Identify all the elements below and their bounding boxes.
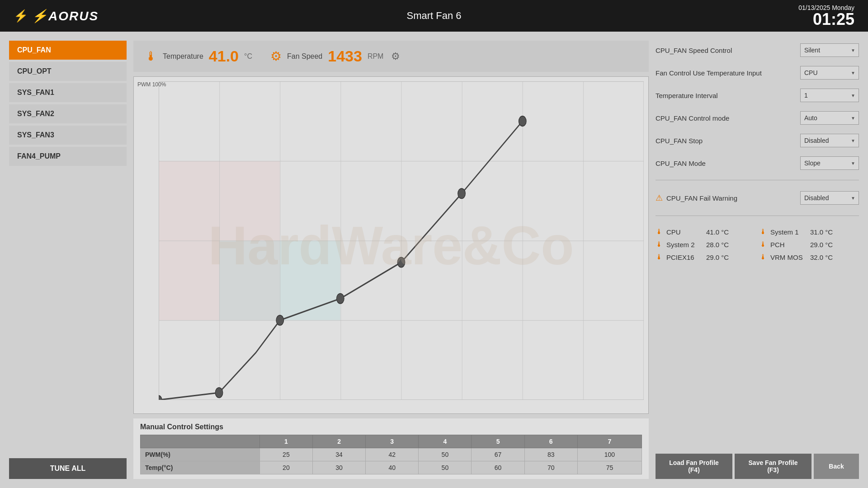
load-profile-button[interactable]: Load Fan Profile (F4) [656, 454, 732, 479]
stats-bar: 🌡 Temperature 41.0 °C ⚙ Fan Speed 1433 R… [133, 41, 649, 72]
manual-settings-title: Manual Control Settings [140, 423, 642, 431]
temp-sys2-value: 28.0 °C [706, 241, 729, 249]
tune-all-button[interactable]: TUNE ALL [9, 458, 127, 479]
thermometer-icon-pch: 🌡 [760, 240, 767, 249]
temp-sys2: 🌡 System 2 28.0 °C [656, 240, 755, 249]
fan-curve-chart[interactable]: PWM 100% HardWare&Co 20 40 60 [133, 76, 649, 414]
temp-sys1: 🌡 System 1 31.0 °C [760, 228, 859, 236]
fan-stop-row: CPU_FAN Stop DisabledEnabled [656, 131, 859, 150]
thermometer-icon-sys2: 🌡 [656, 240, 663, 249]
fail-warning-label: ⚠ CPU_FAN Fail Warning [656, 193, 737, 203]
control-mode-row: CPU_FAN Control mode AutoPWMDC [656, 108, 859, 127]
temp-interval-select[interactable]: 12345 [800, 89, 859, 102]
temp-val-1[interactable]: 20 [259, 461, 312, 474]
speed-control-select-wrapper: SilentNormalTurboFull SpeedManual [800, 43, 859, 57]
thermometer-icon: 🌡 [145, 49, 157, 64]
temp-vrm-value: 32.0 °C [810, 253, 833, 261]
fan-item-fan4-pump[interactable]: FAN4_PUMP [9, 147, 127, 166]
fail-warning-text: CPU_FAN Fail Warning [666, 194, 737, 202]
temp-pciex16-name: PCIEX16 [666, 253, 703, 261]
speed-control-select[interactable]: SilentNormalTurboFull SpeedManual [800, 43, 859, 57]
pwm-val-5[interactable]: 67 [472, 448, 524, 461]
thermometer-icon-sys1: 🌡 [760, 228, 767, 236]
table-row-temp: Temp(°C) 20 30 40 50 60 70 75 [141, 461, 642, 474]
temp-cpu-name: CPU [666, 228, 703, 236]
col-header-1: 1 [259, 435, 312, 448]
fan-speed-stat: ⚙ Fan Speed 1433 RPM ⚙ [270, 47, 400, 65]
temp-val-3[interactable]: 40 [366, 461, 419, 474]
temp-cpu-value: 41.0 °C [706, 228, 729, 236]
temp-val-4[interactable]: 50 [419, 461, 472, 474]
temp-val-2[interactable]: 30 [312, 461, 365, 474]
fan-speed-label: Fan Speed [287, 52, 322, 61]
chart-y-label: PWM 100% [137, 81, 166, 88]
header: ⚡ ⚡AORUS Smart Fan 6 01/13/2025 Monday 0… [0, 0, 868, 32]
temp-vrm-name: VRM MOS [770, 253, 807, 261]
center-panel: 🌡 Temperature 41.0 °C ⚙ Fan Speed 1433 R… [133, 41, 649, 479]
svg-point-15 [215, 388, 223, 398]
fail-warning-row: ⚠ CPU_FAN Fail Warning DisabledEnabled [656, 188, 859, 208]
fan-item-cpu-fan[interactable]: CPU_FAN [9, 41, 127, 60]
temp-input-select[interactable]: CPUSystem 1System 2PCH [800, 66, 859, 80]
pwm-val-3[interactable]: 42 [366, 448, 419, 461]
pwm-val-6[interactable]: 83 [524, 448, 577, 461]
svg-point-18 [397, 257, 405, 267]
col-header-label [141, 435, 260, 448]
time-display: 01:25 [798, 11, 854, 28]
control-mode-select[interactable]: AutoPWMDC [800, 111, 859, 125]
table-row-pwm: PWM(%) 25 34 42 50 67 83 100 [141, 448, 642, 461]
datetime-area: 01/13/2025 Monday 01:25 [798, 4, 854, 28]
control-mode-select-wrapper: AutoPWMDC [800, 111, 859, 125]
temperature-readings: 🌡 CPU 41.0 °C 🌡 System 1 31.0 °C 🌡 Syste… [656, 228, 859, 261]
fail-warning-select[interactable]: DisabledEnabled [800, 191, 859, 205]
col-header-6: 6 [524, 435, 577, 448]
svg-point-17 [336, 293, 344, 303]
temp-val-6[interactable]: 70 [524, 461, 577, 474]
thermometer-icon-cpu: 🌡 [656, 228, 663, 236]
temp-pch-name: PCH [770, 241, 807, 249]
fan-item-sys-fan2[interactable]: SYS_FAN2 [9, 104, 127, 123]
svg-point-20 [519, 116, 526, 126]
speed-control-label: CPU_FAN Speed Control [656, 47, 800, 54]
temp-val-5[interactable]: 60 [472, 461, 524, 474]
settings-icon[interactable]: ⚙ [391, 51, 400, 62]
temp-interval-select-wrapper: 12345 [800, 89, 859, 102]
fan-stop-select-wrapper: DisabledEnabled [800, 134, 859, 147]
pwm-val-4[interactable]: 50 [419, 448, 472, 461]
fan-mode-select[interactable]: SlopeStaircase [800, 156, 859, 170]
temp-interval-row: Temperature Interval 12345 [656, 86, 859, 105]
chart-svg[interactable]: 20 40 60 80 20 40 60 80 0%,0°C Temperatu… [159, 81, 644, 400]
fan-icon: ⚙ [270, 49, 282, 64]
right-panel: CPU_FAN Speed Control SilentNormalTurboF… [656, 41, 859, 479]
pwm-val-7[interactable]: 100 [577, 448, 642, 461]
col-header-2: 2 [312, 435, 365, 448]
fan-stop-select[interactable]: DisabledEnabled [800, 134, 859, 147]
thermometer-icon-pciex16: 🌡 [656, 253, 663, 261]
app-title: Smart Fan 6 [406, 10, 461, 22]
temperature-unit: °C [244, 52, 252, 61]
logo-text: ⚡AORUS [32, 9, 99, 23]
fan-item-cpu-opt[interactable]: CPU_OPT [9, 62, 127, 81]
bottom-buttons: Load Fan Profile (F4) Save Fan Profile (… [656, 454, 859, 479]
temp-input-select-wrapper: CPUSystem 1System 2PCH [800, 66, 859, 80]
temp-cpu: 🌡 CPU 41.0 °C [656, 228, 755, 236]
temp-val-7[interactable]: 75 [577, 461, 642, 474]
temp-sys2-name: System 2 [666, 241, 703, 249]
fan-speed-unit: RPM [368, 52, 384, 61]
pwm-val-2[interactable]: 34 [312, 448, 365, 461]
temp-pciex16: 🌡 PCIEX16 29.0 °C [656, 253, 755, 261]
temp-sys1-value: 31.0 °C [810, 228, 833, 236]
fan-mode-select-wrapper: SlopeStaircase [800, 156, 859, 170]
speed-control-row: CPU_FAN Speed Control SilentNormalTurboF… [656, 41, 859, 60]
svg-point-19 [458, 188, 466, 198]
fan-item-sys-fan3[interactable]: SYS_FAN3 [9, 126, 127, 145]
temp-pch: 🌡 PCH 29.0 °C [760, 240, 859, 249]
col-header-5: 5 [472, 435, 524, 448]
fan-item-sys-fan1[interactable]: SYS_FAN1 [9, 83, 127, 102]
pwm-val-1[interactable]: 25 [259, 448, 312, 461]
save-profile-button[interactable]: Save Fan Profile (F3) [735, 454, 811, 479]
temp-pch-value: 29.0 °C [810, 241, 833, 249]
back-button[interactable]: Back [814, 454, 859, 479]
temp-interval-label: Temperature Interval [656, 92, 800, 99]
row-label-temp: Temp(°C) [141, 461, 260, 474]
